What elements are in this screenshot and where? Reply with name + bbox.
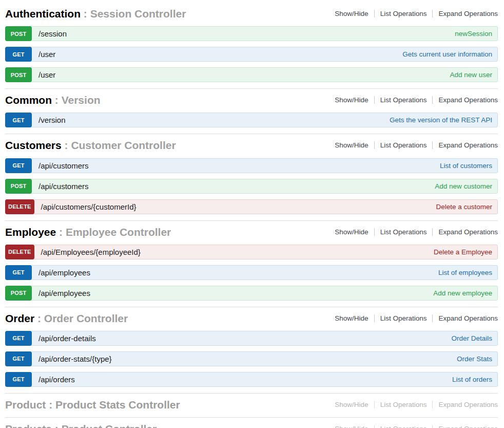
operation-path-link[interactable]: /api/employees xyxy=(38,268,90,277)
section-subtitle: Product Controller xyxy=(52,423,157,428)
operation-row[interactable]: POST /api/customers Add new customer xyxy=(5,179,498,194)
section-title-link[interactable]: Authentication xyxy=(5,8,81,20)
list-operations-link[interactable]: List Operations xyxy=(380,425,427,428)
divider xyxy=(432,141,433,149)
operation-summary-link[interactable]: Gets current user information xyxy=(402,50,492,58)
section-subtitle: Version xyxy=(52,94,101,106)
operation-summary-link[interactable]: Delete a customer xyxy=(436,203,492,211)
section-header: OrderOrder Controller Show/Hide List Ope… xyxy=(5,312,498,325)
api-section: CustomersCustomer Controller Show/Hide L… xyxy=(5,134,498,214)
operation-row[interactable]: GET /api/employees List of employees xyxy=(5,265,498,280)
operation-row[interactable]: GET /api/customers List of customers xyxy=(5,158,498,173)
operation-summary-link[interactable]: List of orders xyxy=(452,376,492,383)
operation-summary-link[interactable]: List of employees xyxy=(438,269,492,276)
operation-path-link[interactable]: /session xyxy=(38,29,67,38)
operation-path-link[interactable]: /api/employees xyxy=(38,289,90,297)
section-subtitle: Product Stats Controller xyxy=(46,399,180,411)
api-section: EmployeeEmployee Controller Show/Hide Li… xyxy=(5,220,498,301)
section-heading: CustomersCustomer Controller xyxy=(5,139,176,152)
operation-path-link[interactable]: /api/order-details xyxy=(38,334,96,343)
list-operations-link[interactable]: List Operations xyxy=(380,314,427,322)
api-sections: AuthenticationSession Controller Show/Hi… xyxy=(5,7,498,428)
section-heading: ProductsProduct Controller xyxy=(5,422,157,428)
expand-operations-link[interactable]: Expand Operations xyxy=(438,228,498,236)
section-title-link[interactable]: Order xyxy=(5,312,34,324)
divider xyxy=(432,228,433,236)
operation-row[interactable]: GET /user Gets current user information xyxy=(5,47,498,62)
operation-path-link[interactable]: /api/Employees/{employeeId} xyxy=(41,248,141,256)
divider xyxy=(374,141,375,149)
operation-row[interactable]: DELETE /api/Employees/{employeeId} Delet… xyxy=(5,245,498,259)
swagger-api-list: AuthenticationSession Controller Show/Hi… xyxy=(5,7,498,428)
operation-row[interactable]: POST /session newSession xyxy=(5,26,498,41)
http-method-badge: DELETE xyxy=(5,245,34,259)
section-heading: EmployeeEmployee Controller xyxy=(5,226,171,238)
operation-row[interactable]: DELETE /api/customers/{customerId} Delet… xyxy=(5,199,498,214)
list-operations-link[interactable]: List Operations xyxy=(380,401,427,408)
divider xyxy=(374,10,375,17)
operation-path-link[interactable]: /api/order-stats/{type} xyxy=(38,355,112,363)
section-subtitle: Customer Controller xyxy=(62,139,176,151)
http-method-badge: GET xyxy=(5,351,32,366)
list-operations-link[interactable]: List Operations xyxy=(380,141,427,149)
operation-row[interactable]: POST /user Add new user xyxy=(5,67,498,82)
section-header: CustomersCustomer Controller Show/Hide L… xyxy=(5,139,498,152)
list-operations-link[interactable]: List Operations xyxy=(380,96,427,104)
divider xyxy=(432,314,433,322)
expand-operations-link[interactable]: Expand Operations xyxy=(438,96,498,104)
section-controls: Show/Hide List Operations Expand Operati… xyxy=(335,314,498,322)
operation-summary-link[interactable]: Gets the version of the REST API xyxy=(390,116,492,124)
show-hide-link[interactable]: Show/Hide xyxy=(335,401,368,408)
operation-summary-link[interactable]: Order Details xyxy=(451,334,492,342)
expand-operations-link[interactable]: Expand Operations xyxy=(438,314,498,322)
operation-path-link[interactable]: /api/customers xyxy=(38,161,89,170)
operation-path-link[interactable]: /version xyxy=(38,116,66,124)
expand-operations-link[interactable]: Expand Operations xyxy=(438,10,498,17)
expand-operations-link[interactable]: Expand Operations xyxy=(438,425,498,428)
operation-row[interactable]: GET /api/order-details Order Details xyxy=(5,331,498,346)
show-hide-link[interactable]: Show/Hide xyxy=(335,96,368,104)
section-header: EmployeeEmployee Controller Show/Hide Li… xyxy=(5,226,498,238)
operation-summary-link[interactable]: Add new user xyxy=(450,71,492,79)
operation-row[interactable]: GET /version Gets the version of the RES… xyxy=(5,113,498,127)
list-operations-link[interactable]: List Operations xyxy=(380,228,427,236)
operation-path-link[interactable]: /api/customers/{customerId} xyxy=(41,202,137,211)
operation-path-link[interactable]: /api/customers xyxy=(38,182,89,191)
api-section: OrderOrder Controller Show/Hide List Ope… xyxy=(5,307,498,387)
operations-list: GET /api/customers List of customers POS… xyxy=(5,158,498,214)
operation-summary-link[interactable]: Order Stats xyxy=(457,355,492,363)
section-title-link[interactable]: Customers xyxy=(5,139,62,151)
operation-summary-link[interactable]: newSession xyxy=(455,30,492,38)
operation-summary-link[interactable]: List of customers xyxy=(440,162,492,170)
divider xyxy=(374,401,375,408)
operation-path-link[interactable]: /api/orders xyxy=(38,375,75,384)
section-controls: Show/Hide List Operations Expand Operati… xyxy=(335,96,498,104)
expand-operations-link[interactable]: Expand Operations xyxy=(438,141,498,149)
operations-list: GET /version Gets the version of the RES… xyxy=(5,113,498,127)
show-hide-link[interactable]: Show/Hide xyxy=(335,228,368,236)
show-hide-link[interactable]: Show/Hide xyxy=(335,10,368,17)
operation-row[interactable]: GET /api/order-stats/{type} Order Stats xyxy=(5,351,498,366)
section-title-link[interactable]: Products xyxy=(5,423,52,428)
expand-operations-link[interactable]: Expand Operations xyxy=(438,401,498,408)
section-heading: AuthenticationSession Controller xyxy=(5,7,186,20)
show-hide-link[interactable]: Show/Hide xyxy=(335,314,368,322)
divider xyxy=(374,228,375,236)
section-title-link[interactable]: Common xyxy=(5,94,52,106)
http-method-badge: GET xyxy=(5,372,32,387)
show-hide-link[interactable]: Show/Hide xyxy=(335,425,368,428)
show-hide-link[interactable]: Show/Hide xyxy=(335,141,368,149)
section-title-link[interactable]: Employee xyxy=(5,226,56,238)
section-title-link[interactable]: Product xyxy=(5,399,46,411)
operation-row[interactable]: GET /api/orders List of orders xyxy=(5,372,498,387)
operation-summary-link[interactable]: Add new customer xyxy=(435,182,492,190)
operation-path-link[interactable]: /user xyxy=(38,50,55,59)
section-heading: OrderOrder Controller xyxy=(5,312,128,325)
list-operations-link[interactable]: List Operations xyxy=(380,10,427,17)
operation-summary-link[interactable]: Add new employee xyxy=(433,289,492,297)
divider xyxy=(374,425,375,428)
operation-path-link[interactable]: /user xyxy=(38,70,55,79)
section-subtitle: Session Controller xyxy=(81,8,186,20)
operation-summary-link[interactable]: Delete a Employee xyxy=(434,248,492,256)
operation-row[interactable]: POST /api/employees Add new employee xyxy=(5,286,498,301)
